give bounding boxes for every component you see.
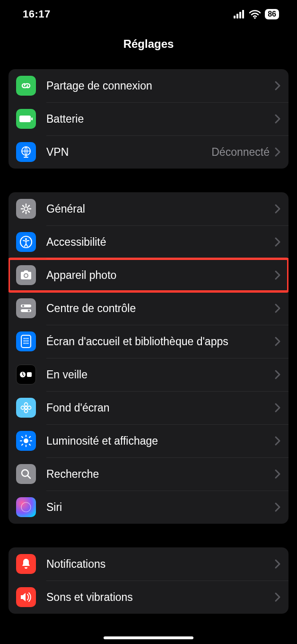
svg-point-29 xyxy=(25,406,27,409)
battery-fill-icon xyxy=(16,109,36,129)
row-sounds[interactable]: Sons et vibrations xyxy=(9,581,288,614)
cellular-icon xyxy=(234,10,245,18)
battery-icon: 86 xyxy=(265,9,279,19)
row-wallpaper[interactable]: Fond d'écran xyxy=(9,391,288,424)
chevron-right-icon xyxy=(274,80,281,91)
svg-point-34 xyxy=(24,438,28,443)
svg-point-23 xyxy=(27,340,29,342)
accessibility-icon xyxy=(16,232,36,252)
row-general[interactable]: Général xyxy=(9,192,288,225)
chevron-right-icon xyxy=(274,236,281,248)
settings-group-notifications: Notifications Sons et vibrations xyxy=(9,547,288,614)
page-title: Réglages xyxy=(123,37,174,51)
svg-point-8 xyxy=(24,207,28,211)
row-label: Appareil photo xyxy=(46,268,274,282)
chevron-right-icon xyxy=(274,591,281,603)
row-accessibility[interactable]: Accessibilité xyxy=(9,225,288,259)
app-grid-icon xyxy=(16,331,36,351)
chevron-right-icon xyxy=(274,369,281,380)
bell-icon xyxy=(16,554,36,574)
magnifier-icon xyxy=(16,464,36,484)
row-camera[interactable]: Appareil photo xyxy=(9,259,288,292)
svg-rect-3 xyxy=(242,10,244,18)
row-display-brightness[interactable]: Luminosité et affichage xyxy=(9,424,288,457)
row-control-center[interactable]: Centre de contrôle xyxy=(9,292,288,325)
page-header: Réglages xyxy=(0,28,297,60)
svg-point-20 xyxy=(27,338,29,340)
svg-rect-1 xyxy=(236,14,238,18)
svg-point-25 xyxy=(26,343,27,344)
row-label: Écran d'accueil et bibliothèque d'apps xyxy=(46,335,274,349)
chevron-right-icon xyxy=(274,303,281,314)
svg-rect-28 xyxy=(27,372,32,377)
svg-rect-6 xyxy=(31,117,33,120)
chevron-right-icon xyxy=(274,558,281,570)
row-standby[interactable]: En veille xyxy=(9,358,288,391)
chevron-right-icon xyxy=(274,468,281,480)
row-battery[interactable]: Batterie xyxy=(9,102,288,135)
row-label: Notifications xyxy=(46,557,274,571)
status-bar: 16:17 86 xyxy=(0,0,297,28)
svg-point-33 xyxy=(28,406,31,410)
svg-point-12 xyxy=(25,274,27,277)
svg-point-21 xyxy=(24,340,25,342)
svg-rect-0 xyxy=(234,16,236,18)
svg-point-36 xyxy=(21,502,31,512)
clock-widget-icon xyxy=(16,365,36,385)
row-label: VPN xyxy=(46,145,211,159)
row-value: Déconnecté xyxy=(211,146,270,159)
home-indicator[interactable] xyxy=(104,636,193,639)
chevron-right-icon xyxy=(274,336,281,347)
sun-icon xyxy=(16,431,36,451)
gear-icon xyxy=(16,199,36,219)
row-label: Partage de connexion xyxy=(46,79,274,93)
row-label: Sons et vibrations xyxy=(46,590,274,604)
row-label: Centre de contrôle xyxy=(46,302,274,315)
row-search[interactable]: Recherche xyxy=(9,457,288,491)
status-time: 16:17 xyxy=(23,8,51,20)
siri-icon xyxy=(16,497,36,517)
toggles-icon xyxy=(16,298,36,318)
speaker-icon xyxy=(16,587,36,607)
row-label: Fond d'écran xyxy=(46,401,274,415)
settings-group-general: Général Accessibilité Appareil photo xyxy=(9,192,288,524)
status-indicators: 86 xyxy=(234,9,279,19)
chevron-right-icon xyxy=(274,269,281,281)
row-siri[interactable]: Siri xyxy=(9,491,288,524)
svg-point-16 xyxy=(28,310,30,312)
chevron-right-icon xyxy=(274,435,281,447)
svg-point-30 xyxy=(25,403,28,406)
svg-point-18 xyxy=(24,338,25,340)
row-label: Recherche xyxy=(46,467,274,481)
row-label: Accessibilité xyxy=(46,235,274,249)
row-label: Général xyxy=(46,202,274,216)
settings-content: Partage de connexion Batterie VPN Déconn… xyxy=(0,69,297,633)
svg-rect-2 xyxy=(239,12,241,18)
row-label: Batterie xyxy=(46,112,274,126)
settings-group-connectivity: Partage de connexion Batterie VPN Déconn… xyxy=(9,69,288,169)
svg-point-32 xyxy=(21,406,25,410)
svg-point-10 xyxy=(25,238,27,240)
row-notifications[interactable]: Notifications xyxy=(9,547,288,581)
camera-icon xyxy=(16,265,36,285)
chevron-right-icon xyxy=(274,113,281,125)
row-home-screen[interactable]: Écran d'accueil et bibliothèque d'apps xyxy=(9,325,288,358)
row-personal-hotspot[interactable]: Partage de connexion xyxy=(9,69,288,102)
chevron-right-icon xyxy=(274,146,281,158)
svg-point-22 xyxy=(26,340,27,342)
chevron-right-icon xyxy=(274,501,281,513)
svg-point-24 xyxy=(24,343,25,344)
svg-point-31 xyxy=(25,410,28,413)
svg-point-19 xyxy=(26,338,27,340)
svg-point-4 xyxy=(254,17,256,19)
chevron-right-icon xyxy=(274,203,281,215)
link-icon xyxy=(16,76,36,96)
svg-point-26 xyxy=(27,343,29,344)
wifi-icon xyxy=(249,9,261,19)
row-label: Luminosité et affichage xyxy=(46,434,274,448)
svg-point-14 xyxy=(22,305,25,307)
row-vpn[interactable]: VPN Déconnecté xyxy=(9,135,288,169)
row-label: Siri xyxy=(46,501,274,514)
row-label: En veille xyxy=(46,368,274,382)
globe-icon xyxy=(16,142,36,162)
